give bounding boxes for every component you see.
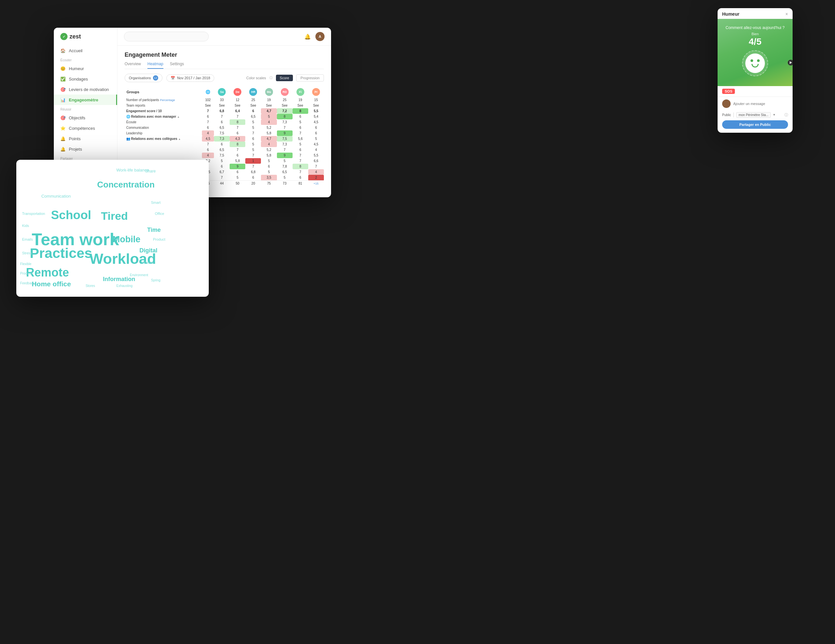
sidebar-item-projets[interactable]: 🔔 Projets — [54, 144, 117, 154]
sidebar-item-label: Projets — [69, 147, 82, 152]
humeur-header: Humeur × — [718, 8, 793, 19]
sidebar-item-humeur[interactable]: 😊 Humeur — [54, 63, 117, 74]
cell: 7 — [277, 125, 292, 130]
cell: 6 — [308, 130, 324, 136]
sidebar-item-accueil[interactable]: 🏠 Accueil — [54, 45, 117, 56]
cell: 7 — [202, 108, 214, 114]
cell: 6 — [292, 125, 308, 130]
filters-row: Organisations 12 📅 Nov 2017 / Jan 2018 C… — [125, 74, 324, 82]
cell: 7 — [214, 175, 230, 181]
cell: 4 — [308, 169, 324, 175]
info-circle-icon: ⓘ — [785, 112, 788, 117]
wordcloud-inner: Team work Workload Practices Remote Scho… — [16, 160, 209, 297]
see-link[interactable]: See — [292, 103, 308, 108]
cell: 4 — [308, 147, 324, 152]
humeur-green-section: Comment allez-vous aujourd'hui ? Bien 4/… — [718, 19, 793, 86]
tab-heatmap[interactable]: Heatmap — [148, 62, 163, 69]
word-clients: Clients — [143, 261, 153, 264]
tab-settings[interactable]: Settings — [170, 62, 184, 69]
cell: 7,3 — [277, 141, 292, 147]
cell: 7,8 — [277, 164, 292, 169]
see-link[interactable]: See — [230, 103, 245, 108]
share-button[interactable]: Partager en Public — [722, 120, 788, 129]
humeur-score-label: Bien — [723, 32, 787, 36]
word-flexible: Flexible — [20, 263, 31, 266]
word-environment: Environment — [130, 274, 148, 277]
public-label: Public — [722, 113, 731, 117]
word-remote: Remote — [26, 267, 69, 279]
cell: 20 — [245, 181, 261, 187]
projets-icon: 🔔 — [60, 146, 65, 152]
cell: 5,8 — [230, 158, 245, 164]
cell: 2 — [308, 175, 324, 181]
date-filter[interactable]: 📅 Nov 2017 / Jan 2018 — [166, 75, 214, 82]
sidebar-item-objectifs[interactable]: 🎯 Objectifs — [54, 112, 117, 123]
cell: 6,5 — [245, 114, 261, 119]
word-mobile: Mobile — [112, 235, 141, 244]
home-icon: 🏠 — [60, 48, 65, 53]
cell: 9 — [277, 152, 292, 158]
sos-badge[interactable]: SOS — [722, 89, 735, 94]
competences-icon: ⭐ — [60, 125, 65, 131]
see-link[interactable]: See — [261, 103, 276, 108]
close-icon[interactable]: × — [785, 11, 788, 17]
logo-icon: ✓ — [60, 33, 68, 40]
cell: 4 — [261, 119, 276, 125]
smiley-container — [723, 50, 787, 76]
groups-header: Groups — [125, 87, 202, 97]
cell: 19 — [261, 97, 276, 103]
cell: 6 — [230, 130, 245, 136]
cell: 73 — [277, 181, 292, 187]
score-button[interactable]: Score — [276, 75, 293, 81]
logo-text: zest — [70, 33, 81, 40]
notification-icon[interactable]: 🔔 — [303, 32, 312, 41]
cell: 6 — [245, 108, 261, 114]
sidebar-item-leviers[interactable]: 🎯 Leviers de motivation — [54, 84, 117, 94]
cell: 6 — [245, 175, 261, 181]
humeur-icon: 😊 — [60, 66, 65, 71]
cell: 5 — [245, 141, 261, 147]
tab-overview[interactable]: Overview — [125, 62, 141, 69]
see-link[interactable]: See — [202, 103, 214, 108]
section-reussir: Réussir — [54, 105, 117, 112]
organisations-filter[interactable]: Organisations 12 — [125, 74, 162, 82]
word-school: School — [51, 209, 91, 221]
cell: 7,5 — [214, 152, 230, 158]
cell: 4 — [202, 152, 214, 158]
cell: 7 — [308, 164, 324, 169]
cell: 4,5 — [308, 141, 324, 147]
date-label: Nov 2017 / Jan 2018 — [177, 76, 210, 80]
sidebar-item-engageometre[interactable]: 📊 Engageomètre — [54, 94, 117, 105]
avatar[interactable]: A — [315, 32, 325, 41]
cell: 1 — [245, 158, 261, 164]
see-link[interactable]: See — [308, 103, 324, 108]
see-link[interactable]: See — [245, 103, 261, 108]
cell: 44 — [214, 181, 230, 187]
public-select[interactable]: mon Périmètre Sta... — [736, 112, 771, 118]
cell: 5 — [292, 119, 308, 125]
cell: 4,5 — [202, 136, 214, 141]
see-link[interactable]: See — [277, 103, 292, 108]
sidebar-item-competences[interactable]: ⭐ Compétences — [54, 123, 117, 133]
sidebar-item-sondages[interactable]: ✅ Sondages — [54, 74, 117, 84]
cell: 6 — [202, 114, 214, 119]
word-stress: Stress — [22, 251, 32, 255]
word-process: Process — [20, 272, 32, 275]
separator: | — [733, 112, 734, 118]
cell: 9 — [230, 164, 245, 169]
word-kids: Kids — [22, 224, 29, 228]
progression-button[interactable]: Progression — [296, 75, 324, 81]
cell: 5 — [261, 158, 276, 164]
sidebar-item-points[interactable]: 🔔 Points — [54, 133, 117, 144]
col-fi: Fi — [292, 87, 308, 97]
word-product: Product — [153, 238, 166, 241]
cell: 9 — [277, 130, 292, 136]
cell: 12 — [230, 97, 245, 103]
see-link[interactable]: See — [214, 103, 230, 108]
search-input[interactable] — [124, 32, 209, 41]
cell: 5 — [292, 141, 308, 147]
message-input[interactable] — [733, 102, 788, 105]
topbar-icons: 🔔 A — [303, 32, 325, 41]
sidebar-item-label: Leviers de motivation — [69, 87, 109, 92]
engageometre-icon: 📊 — [60, 97, 65, 102]
